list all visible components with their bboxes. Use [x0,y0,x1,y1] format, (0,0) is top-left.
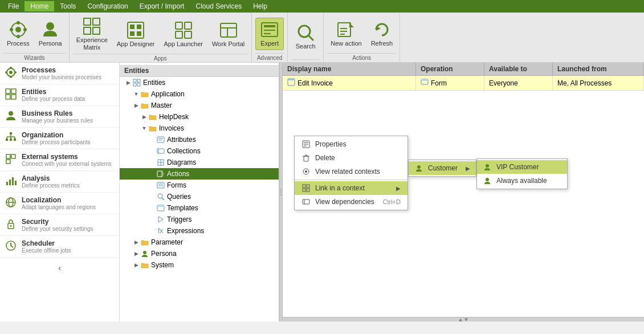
menu-bar: File Home Tools Configuration Export / I… [0,0,644,13]
ribbon-btn-work-portal[interactable]: Work Portal [209,19,248,50]
wizards-label: Wizards [3,53,66,61]
expert-icon [260,21,279,39]
queries-node-label: Queries [167,193,191,201]
security-icon [5,218,17,230]
queries-node-icon [156,192,165,201]
ribbon-btn-process[interactable]: Process [3,18,33,50]
ctx-link-context[interactable]: Link in a context ▶ [295,181,407,195]
tree-node-actions[interactable]: ▶ Actions [120,168,279,180]
menu-help[interactable]: Help [247,1,273,11]
tree-node-system[interactable]: ▶ System [120,259,279,271]
svg-point-3 [17,35,20,38]
sidebar-item-processes[interactable]: Processes Model your business processes [0,63,119,84]
ribbon-btn-persona[interactable]: Persona [35,18,66,50]
menu-tools[interactable]: Tools [54,1,81,11]
main-area: Processes Model your business processes … [0,63,644,321]
sidebar-item-scheduler[interactable]: Scheduler Execute offline jobs [0,236,119,258]
tree-node-queries[interactable]: ▶ Queries [120,191,279,202]
app-launcher-icon [174,21,193,39]
invoices-expand-icon: ▼ [140,124,148,132]
forms-node-label: Forms [167,181,186,189]
tree-node-attributes[interactable]: ▶ Attributes [120,134,279,145]
sidebar-item-localization[interactable]: Localization Adapt languages and regions [0,193,119,214]
bottom-resize-handle[interactable]: ▲▼ [283,317,644,321]
master-folder-icon [140,101,149,110]
sidebar-item-organization[interactable]: Organization Define process participants [0,128,119,149]
ribbon-btn-experience-matrix[interactable]: ExperienceMatrix [73,15,111,54]
external-systems-icon [5,153,17,165]
expressions-node-icon: fx [156,226,165,235]
ribbon-btn-search[interactable]: Search [291,21,320,52]
svg-rect-109 [303,189,305,192]
svg-rect-48 [10,139,12,141]
processes-desc: Model your business processes [22,74,101,80]
ctx-properties[interactable]: Properties [295,137,407,151]
sidebar-item-entities[interactable]: Entities Define your process data [0,84,119,106]
ctx-view-deps[interactable]: View dependencies Ctrl+D [295,195,407,209]
submenu-customer-item[interactable]: Customer ▶ [409,161,476,175]
table-row[interactable]: Edit Invoice Form Everyone Me, All Proce… [283,76,644,91]
forms-node-icon [156,181,165,190]
tree-node-diagrams[interactable]: ▶ Diagrams [120,157,279,168]
sidebar-item-business-rules[interactable]: Business Rules Manage your business rule… [0,106,119,128]
menu-home[interactable]: Home [25,1,54,11]
sidebar-item-security[interactable]: Security Define your security settings [0,214,119,236]
sidebar-item-external-systems[interactable]: External systems Connect with your exter… [0,149,119,171]
tree-node-entities-root[interactable]: ▶ Entities [120,77,279,88]
ribbon-btn-expert[interactable]: Expert [255,18,284,50]
parameter-expand-icon: ▶ [132,238,140,246]
menu-configuration[interactable]: Configuration [81,1,133,11]
ctx-delete[interactable]: Delete [295,151,407,165]
properties-icon [301,140,311,149]
svg-point-115 [486,178,489,181]
sidebar-collapse-btn[interactable]: ‹ [54,262,66,274]
tree-node-templates[interactable]: ▶ Templates [120,202,279,214]
svg-rect-19 [185,31,191,38]
entities-icon [5,88,17,100]
analysis-icon [5,174,17,187]
processes-icon [5,66,17,79]
tree-node-helpdesk[interactable]: ▶ HelpDesk [120,111,279,123]
svg-rect-70 [133,79,136,82]
svg-rect-44 [11,95,16,99]
search-label: Search [296,43,316,50]
ribbon-btn-app-launcher[interactable]: App Launcher [160,19,206,50]
ribbon-btn-refresh[interactable]: Refresh [368,18,397,50]
tree-node-persona[interactable]: ▶ Persona [120,248,279,259]
svg-line-88 [162,198,164,200]
col-display-name: Display name [283,63,416,75]
security-desc: Define your security settings [22,226,93,232]
svg-point-2 [17,21,20,25]
tree-node-master[interactable]: ▶ Master [120,100,279,111]
menu-cloud-services[interactable]: Cloud Services [190,1,247,11]
col-launched-from: Launched from [553,63,644,75]
customer-icon [414,164,423,173]
ribbon-btn-app-designer[interactable]: App Designer [113,19,158,50]
external-systems-title: External systems [22,153,112,161]
localization-desc: Adapt languages and regions [22,204,96,210]
tree-node-triggers[interactable]: ▶ Triggers [120,214,279,225]
menu-file[interactable]: File [2,1,25,11]
tree-node-invoices[interactable]: ▼ Invoices [120,123,279,134]
ribbon-btn-new-action[interactable]: New action [327,18,365,50]
svg-rect-73 [137,83,140,86]
submenu-always-available[interactable]: Always available [477,174,567,188]
svg-rect-74 [157,137,164,142]
tree-panel: Entities ▶ Entities ▼ Application ▶ Mast… [120,63,279,321]
svg-point-5 [23,28,27,31]
tree-node-forms[interactable]: ▶ Forms [120,180,279,191]
apps-label: Apps [73,54,248,62]
content-panel: Display name Operation Available to Laun… [283,63,644,321]
svg-rect-46 [10,132,12,135]
tree-node-parameter[interactable]: ▶ Parameter [120,237,279,248]
app-designer-label: App Designer [117,40,155,48]
tree-node-application[interactable]: ▼ Application [120,88,279,100]
tree-node-expressions[interactable]: ▶ fx Expressions [120,225,279,237]
menu-export-import[interactable]: Export / Import [134,1,190,11]
tree-node-collections[interactable]: ▶ Collections [120,145,279,157]
svg-rect-7 [84,18,91,25]
ctx-view-related[interactable]: View related contexts [295,165,407,178]
svg-rect-90 [157,205,164,207]
submenu-vip-customer[interactable]: VIP Customer [477,160,567,174]
sidebar-item-analysis[interactable]: Analysis Define process metrics [0,171,119,193]
